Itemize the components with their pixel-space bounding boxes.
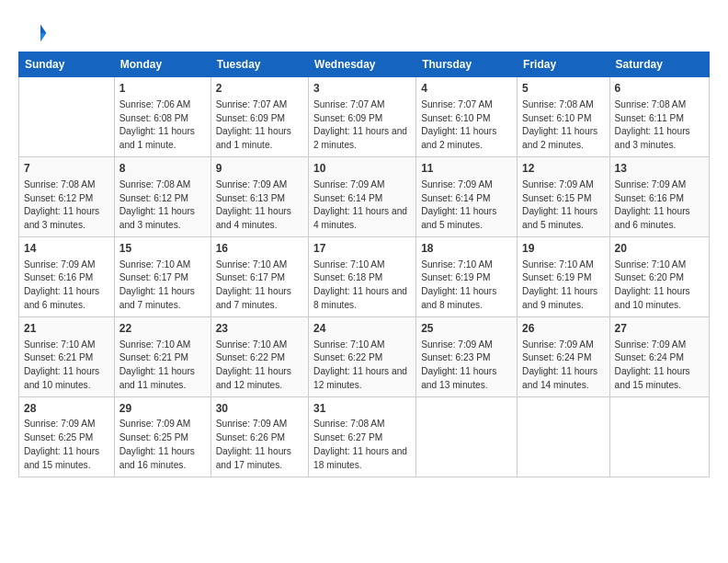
day-number: 2: [216, 81, 303, 97]
cell-content: Sunrise: 7:09 AMSunset: 6:26 PMDaylight:…: [216, 418, 303, 472]
cell-content: Sunrise: 7:10 AMSunset: 6:18 PMDaylight:…: [313, 259, 411, 313]
day-number: 10: [313, 161, 411, 177]
cell-content: Sunrise: 7:10 AMSunset: 6:22 PMDaylight:…: [216, 339, 303, 393]
calendar-cell: [609, 396, 709, 477]
calendar-cell: 11Sunrise: 7:09 AMSunset: 6:14 PMDayligh…: [416, 156, 518, 236]
day-number: 22: [119, 321, 206, 337]
svg-marker-1: [40, 33, 46, 42]
calendar-cell: 24Sunrise: 7:10 AMSunset: 6:22 PMDayligh…: [309, 316, 416, 396]
calendar-week-row: 1Sunrise: 7:06 AMSunset: 6:08 PMDaylight…: [19, 77, 710, 157]
cell-content: Sunrise: 7:09 AMSunset: 6:24 PMDaylight:…: [615, 339, 704, 393]
cell-content: Sunrise: 7:09 AMSunset: 6:14 PMDaylight:…: [421, 178, 512, 233]
day-number: 24: [313, 321, 411, 337]
calendar-cell: [518, 396, 609, 477]
day-number: 25: [421, 321, 512, 337]
day-number: 18: [421, 241, 512, 257]
calendar-cell: 27Sunrise: 7:09 AMSunset: 6:24 PMDayligh…: [609, 316, 709, 396]
calendar-week-row: 7Sunrise: 7:08 AMSunset: 6:12 PMDaylight…: [19, 156, 710, 236]
calendar-cell: 23Sunrise: 7:10 AMSunset: 6:22 PMDayligh…: [210, 316, 308, 396]
cell-content: Sunrise: 7:09 AMSunset: 6:14 PMDaylight:…: [313, 178, 411, 233]
header-sunday: Sunday: [19, 52, 115, 77]
day-number: 21: [24, 321, 109, 337]
day-number: 29: [119, 401, 206, 417]
cell-content: Sunrise: 7:09 AMSunset: 6:16 PMDaylight:…: [615, 178, 704, 233]
cell-content: Sunrise: 7:09 AMSunset: 6:16 PMDaylight:…: [24, 259, 109, 313]
calendar-cell: 25Sunrise: 7:09 AMSunset: 6:23 PMDayligh…: [416, 316, 518, 396]
calendar-table: SundayMondayTuesdayWednesdayThursdayFrid…: [18, 52, 710, 477]
day-number: 3: [313, 81, 411, 97]
calendar-cell: 3Sunrise: 7:07 AMSunset: 6:09 PMDaylight…: [309, 77, 416, 157]
calendar-cell: 5Sunrise: 7:08 AMSunset: 6:10 PMDaylight…: [518, 77, 609, 157]
calendar-cell: 1Sunrise: 7:06 AMSunset: 6:08 PMDaylight…: [114, 77, 210, 157]
calendar-cell: 30Sunrise: 7:09 AMSunset: 6:26 PMDayligh…: [210, 396, 308, 477]
calendar-cell: 6Sunrise: 7:08 AMSunset: 6:11 PMDaylight…: [609, 77, 709, 157]
cell-content: Sunrise: 7:10 AMSunset: 6:19 PMDaylight:…: [421, 259, 512, 313]
cell-content: Sunrise: 7:08 AMSunset: 6:10 PMDaylight:…: [522, 98, 604, 153]
cell-content: Sunrise: 7:08 AMSunset: 6:11 PMDaylight:…: [615, 98, 704, 153]
calendar-cell: 12Sunrise: 7:09 AMSunset: 6:15 PMDayligh…: [518, 156, 609, 236]
day-number: 8: [119, 161, 206, 177]
cell-content: Sunrise: 7:06 AMSunset: 6:08 PMDaylight:…: [119, 98, 206, 153]
page-header: [18, 18, 710, 48]
calendar-cell: [416, 396, 518, 477]
cell-content: Sunrise: 7:07 AMSunset: 6:09 PMDaylight:…: [313, 98, 411, 153]
day-number: 5: [522, 81, 604, 97]
header-friday: Friday: [518, 52, 609, 77]
cell-content: Sunrise: 7:09 AMSunset: 6:25 PMDaylight:…: [119, 418, 206, 472]
calendar-cell: 17Sunrise: 7:10 AMSunset: 6:18 PMDayligh…: [309, 236, 416, 316]
logo-icon: [18, 18, 48, 48]
day-number: 23: [216, 321, 303, 337]
cell-content: Sunrise: 7:08 AMSunset: 6:12 PMDaylight:…: [24, 178, 109, 233]
cell-content: Sunrise: 7:09 AMSunset: 6:15 PMDaylight:…: [522, 178, 604, 233]
day-number: 4: [421, 81, 512, 97]
calendar-week-row: 14Sunrise: 7:09 AMSunset: 6:16 PMDayligh…: [19, 236, 710, 316]
cell-content: Sunrise: 7:09 AMSunset: 6:24 PMDaylight:…: [522, 339, 604, 393]
calendar-cell: 29Sunrise: 7:09 AMSunset: 6:25 PMDayligh…: [114, 396, 210, 477]
calendar-cell: 21Sunrise: 7:10 AMSunset: 6:21 PMDayligh…: [19, 316, 115, 396]
day-number: 1: [119, 81, 206, 97]
calendar-cell: 15Sunrise: 7:10 AMSunset: 6:17 PMDayligh…: [114, 236, 210, 316]
header-tuesday: Tuesday: [210, 52, 308, 77]
calendar-cell: 19Sunrise: 7:10 AMSunset: 6:19 PMDayligh…: [518, 236, 609, 316]
cell-content: Sunrise: 7:10 AMSunset: 6:19 PMDaylight:…: [522, 259, 604, 313]
calendar-cell: 2Sunrise: 7:07 AMSunset: 6:09 PMDaylight…: [210, 77, 308, 157]
cell-content: Sunrise: 7:07 AMSunset: 6:09 PMDaylight:…: [216, 98, 303, 153]
day-number: 17: [313, 241, 411, 257]
cell-content: Sunrise: 7:10 AMSunset: 6:21 PMDaylight:…: [119, 339, 206, 393]
cell-content: Sunrise: 7:09 AMSunset: 6:13 PMDaylight:…: [216, 178, 303, 233]
calendar-cell: 31Sunrise: 7:08 AMSunset: 6:27 PMDayligh…: [309, 396, 416, 477]
cell-content: Sunrise: 7:09 AMSunset: 6:23 PMDaylight:…: [421, 339, 512, 393]
cell-content: Sunrise: 7:10 AMSunset: 6:17 PMDaylight:…: [119, 259, 206, 313]
day-number: 7: [24, 161, 109, 177]
day-number: 31: [313, 401, 411, 417]
day-number: 9: [216, 161, 303, 177]
day-number: 13: [615, 161, 704, 177]
cell-content: Sunrise: 7:08 AMSunset: 6:12 PMDaylight:…: [119, 178, 206, 233]
day-number: 16: [216, 241, 303, 257]
calendar-cell: 22Sunrise: 7:10 AMSunset: 6:21 PMDayligh…: [114, 316, 210, 396]
calendar-week-row: 21Sunrise: 7:10 AMSunset: 6:21 PMDayligh…: [19, 316, 710, 396]
calendar-cell: 8Sunrise: 7:08 AMSunset: 6:12 PMDaylight…: [114, 156, 210, 236]
calendar-cell: 18Sunrise: 7:10 AMSunset: 6:19 PMDayligh…: [416, 236, 518, 316]
header-wednesday: Wednesday: [309, 52, 416, 77]
svg-marker-0: [40, 24, 46, 33]
day-number: 19: [522, 241, 604, 257]
day-number: 14: [24, 241, 109, 257]
cell-content: Sunrise: 7:10 AMSunset: 6:20 PMDaylight:…: [615, 259, 704, 313]
day-number: 30: [216, 401, 303, 417]
calendar-header-row: SundayMondayTuesdayWednesdayThursdayFrid…: [19, 52, 710, 77]
day-number: 12: [522, 161, 604, 177]
cell-content: Sunrise: 7:10 AMSunset: 6:21 PMDaylight:…: [24, 339, 109, 393]
day-number: 15: [119, 241, 206, 257]
cell-content: Sunrise: 7:10 AMSunset: 6:17 PMDaylight:…: [216, 259, 303, 313]
day-number: 28: [24, 401, 109, 417]
day-number: 27: [615, 321, 704, 337]
calendar-cell: 14Sunrise: 7:09 AMSunset: 6:16 PMDayligh…: [19, 236, 115, 316]
logo: [18, 18, 51, 48]
header-saturday: Saturday: [609, 52, 709, 77]
day-number: 20: [615, 241, 704, 257]
calendar-cell: 10Sunrise: 7:09 AMSunset: 6:14 PMDayligh…: [309, 156, 416, 236]
calendar-cell: [19, 77, 115, 157]
cell-content: Sunrise: 7:10 AMSunset: 6:22 PMDaylight:…: [313, 339, 411, 393]
calendar-cell: 28Sunrise: 7:09 AMSunset: 6:25 PMDayligh…: [19, 396, 115, 477]
